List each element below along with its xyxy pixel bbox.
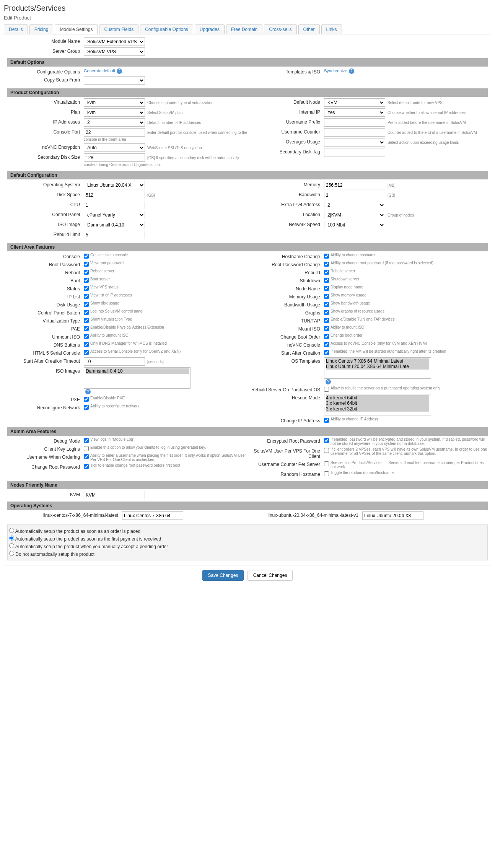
checkbox[interactable] [324,262,329,267]
text-input[interactable] [84,231,145,239]
text-input[interactable] [84,201,145,209]
tab-configurable-options[interactable]: Configurable Options [140,24,193,34]
checkbox[interactable] [84,464,89,469]
select[interactable]: Auto [84,143,145,152]
select[interactable]: 100 Mbit [324,221,385,229]
checkbox[interactable] [324,350,329,355]
checkbox[interactable] [324,461,329,466]
checkbox[interactable] [324,302,329,307]
text-input[interactable] [324,128,385,137]
checkbox[interactable] [324,310,329,315]
select[interactable]: Damnsmall 0.4.10 [84,221,145,229]
text-input[interactable] [324,191,385,199]
tab-details[interactable]: Details [4,24,28,34]
field-label: OS Templates [248,357,324,364]
select[interactable] [324,138,385,147]
checkbox[interactable] [324,438,329,443]
help-icon[interactable]: ? [349,68,354,74]
checkbox[interactable] [324,270,329,275]
checkbox[interactable] [324,342,329,347]
checkbox[interactable] [324,387,329,392]
help-icon[interactable]: ? [117,68,122,74]
checkbox[interactable] [84,254,89,259]
checkbox[interactable] [84,326,89,331]
multiselect[interactable]: Damnsmall 0.4.10 [84,367,191,389]
multiselect[interactable]: 4.x kernel 64bit3.x kernel 64bit3.x kern… [324,394,431,415]
select[interactable]: KVM [324,98,385,107]
checkbox[interactable] [324,471,329,476]
checkbox[interactable] [324,334,329,339]
checkbox[interactable] [84,454,89,459]
text-input[interactable] [84,491,145,499]
link[interactable]: Synchronize [324,68,347,73]
checkbox[interactable] [324,448,329,453]
tab-links[interactable]: Links [321,24,342,34]
select[interactable]: Yes [324,108,385,117]
checkbox[interactable] [84,350,89,355]
radio[interactable] [9,536,14,541]
module-name-select[interactable]: SolusVM Extended VPS [84,37,145,46]
radio-option[interactable]: Do not automatically setup this product [9,550,486,558]
checkbox[interactable] [324,326,329,331]
checkbox[interactable] [84,286,89,291]
help-icon[interactable]: ? [326,379,331,384]
radio[interactable] [9,528,14,533]
select[interactable]: cPanel Yearly [84,211,145,219]
checkbox[interactable] [84,270,89,275]
tab-module-settings[interactable]: Module Settings [55,24,98,34]
tab-custom-fields[interactable]: Custom Fields [99,24,138,34]
link[interactable]: Generate default [84,68,115,73]
checkbox[interactable] [84,262,89,267]
select[interactable]: kvm [84,98,145,107]
checkbox[interactable] [324,278,329,283]
chk-text: Show Virtualization Type [90,317,132,321]
checkbox[interactable] [84,438,89,443]
field-label: Root Password Change [248,261,324,267]
checkbox[interactable] [84,278,89,283]
text-input[interactable] [324,181,385,189]
checkbox[interactable] [84,310,89,315]
radio-option[interactable]: Automatically setup the product as soon … [9,535,486,542]
help-icon[interactable]: ? [85,389,91,394]
checkbox[interactable] [324,318,329,323]
checkbox[interactable] [84,405,89,410]
text-input[interactable] [122,511,183,520]
select[interactable] [84,76,145,85]
checkbox[interactable] [84,342,89,347]
tab-other[interactable]: Other [298,24,320,34]
text-input[interactable] [84,191,145,199]
tab-upgrades[interactable]: Upgrades [195,24,225,34]
checkbox[interactable] [324,254,329,259]
checkbox[interactable] [84,318,89,323]
checkbox[interactable] [84,446,89,451]
multiselect[interactable]: Linux Centos 7 X86 64 Minimal LatestLinu… [324,357,431,379]
checkbox[interactable] [84,334,89,339]
radio[interactable] [9,551,14,556]
checkbox[interactable] [84,302,89,307]
tab-pricing[interactable]: Pricing [29,24,54,34]
text-input[interactable] [324,148,385,156]
checkbox[interactable] [324,286,329,291]
checkbox[interactable] [84,397,89,402]
select[interactable]: Linux Ubuntu 20.04 X [84,181,145,189]
text-input[interactable] [84,357,145,366]
cancel-button[interactable]: Cancel Changes [248,570,293,581]
tab-free-domain[interactable]: Free Domain [226,24,262,34]
radio-option[interactable]: Automatically setup the product as soon … [9,527,486,535]
select[interactable]: 2 [324,201,385,209]
text-input[interactable] [324,118,385,127]
checkbox[interactable] [84,294,89,299]
text-input[interactable] [84,153,145,162]
radio[interactable] [9,543,14,548]
radio-option[interactable]: Automatically setup the product when you… [9,542,486,550]
checkbox[interactable] [324,294,329,299]
select[interactable]: kvm [84,108,145,117]
text-input[interactable] [84,128,145,137]
save-button[interactable]: Save Changes [202,570,244,581]
server-group-select[interactable]: SolusVM VPS [84,47,145,56]
tab-cross-sells[interactable]: Cross-sells [264,24,296,34]
checkbox[interactable] [324,418,329,423]
text-input[interactable] [362,511,423,520]
select[interactable]: 2 [84,118,145,127]
select[interactable]: 2|KVM [324,211,385,219]
